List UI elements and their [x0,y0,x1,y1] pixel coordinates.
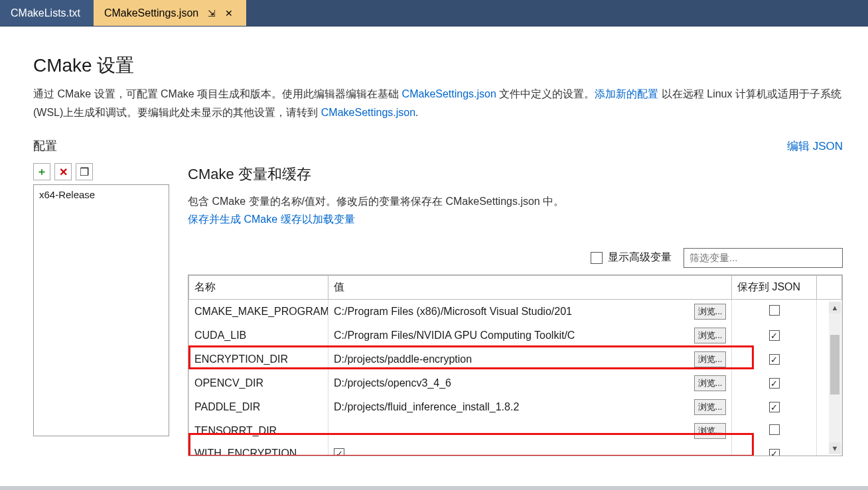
filter-row: 显示高级变量 [188,248,843,268]
var-value-cell[interactable]: C:/Program Files/NVIDIA GPU Computing To… [328,324,732,347]
table-row[interactable]: CMAKE_MAKE_PROGRAMC:/Program Files (x86)… [189,299,842,324]
settings-page: CMake 设置 通过 CMake 设置，可配置 CMake 项目生成和版本。使… [0,27,868,490]
browse-button[interactable]: 浏览... [694,375,726,391]
save-cell[interactable] [732,371,817,395]
browse-button[interactable]: 浏览... [694,351,726,367]
close-icon[interactable]: ✕ [225,9,233,18]
save-cell[interactable] [732,419,817,443]
remove-config-button[interactable]: ✕ [54,163,72,180]
link-cmakesettings-json-2[interactable]: CMakeSettings.json [321,107,415,118]
tab-cmakelists[interactable]: CMakeLists.txt [0,0,94,26]
table-row[interactable]: TENSORRT_DIR浏览... [189,419,842,443]
save-cell[interactable] [732,395,817,419]
tab-cmakesettings[interactable]: CMakeSettings.json ⇲ ✕ [94,0,246,26]
browse-button[interactable]: 浏览... [694,423,726,439]
save-generate-link[interactable]: 保存并生成 CMake 缓存以加载变量 [188,213,355,227]
table-row[interactable]: CUDA_LIBC:/Program Files/NVIDIA GPU Comp… [189,324,842,347]
pin-icon[interactable]: ⇲ [208,9,216,18]
var-value: C:/Program Files (x86)/Microsoft Visual … [334,306,691,318]
config-item-x64-release[interactable]: x64-Release [34,185,169,204]
window-border [0,486,868,490]
page-title: CMake 设置 [33,53,843,78]
var-name: CMAKE_MAKE_PROGRAM [189,299,328,324]
config-label: 配置 [33,138,57,154]
save-cell[interactable] [732,299,817,324]
table-row[interactable]: ENCRYPTION_DIRD:/projects/paddle-encrypt… [189,347,842,371]
save-checkbox[interactable] [769,402,780,412]
save-cell[interactable] [732,443,817,456]
variables-panel: CMake 变量和缓存 包含 CMake 变量的名称/值对。修改后的变量将保存在… [188,163,843,456]
table-row[interactable]: WITH_ENCRYPTION [189,443,842,456]
var-value: C:/Program Files/NVIDIA GPU Computing To… [334,330,691,341]
scroll-up-icon[interactable]: ▲ [829,302,841,314]
save-cell[interactable] [732,347,817,371]
save-checkbox[interactable] [769,305,780,316]
save-checkbox[interactable] [769,378,780,389]
table-row[interactable]: PADDLE_DIRD:/projects/fluid_inference_in… [189,395,842,419]
link-add-config[interactable]: 添加新的配置 [595,88,658,99]
var-value-cell[interactable]: D:/projects/fluid_inference_install_1.8.… [328,395,732,419]
add-config-button[interactable]: ＋ [33,163,50,180]
var-name: PADDLE_DIR [189,395,328,419]
x-icon: ✕ [59,166,68,178]
save-checkbox[interactable] [769,449,780,456]
var-value: D:/projects/fluid_inference_install_1.8.… [334,401,691,413]
var-name: TENSORRT_DIR [189,419,328,443]
scrollbar[interactable]: ▲ ▼ [829,302,841,454]
edit-json-link[interactable]: 编辑 JSON [787,139,843,154]
var-value-cell[interactable]: D:/projects/opencv3_4_6浏览... [328,371,732,395]
var-name: CUDA_LIB [189,324,328,347]
section-title: CMake 变量和缓存 [188,164,843,184]
col-scroll [817,275,842,299]
section-description: 包含 CMake 变量的名称/值对。修改后的变量将保存在 CMakeSettin… [188,192,843,212]
link-cmakesettings-json[interactable]: CMakeSettings.json [402,88,496,99]
scroll-down-icon[interactable]: ▼ [829,442,841,454]
scroll-thumb[interactable] [830,335,839,395]
config-toolbar: ＋ ✕ ❐ [33,163,169,180]
var-name: ENCRYPTION_DIR [189,347,328,371]
tab-label: CMakeLists.txt [11,7,80,19]
config-list[interactable]: x64-Release [33,184,169,436]
var-name: WITH_ENCRYPTION [189,443,328,456]
grid-header: 名称 值 保存到 JSON [189,275,842,299]
col-save[interactable]: 保存到 JSON [732,275,817,299]
save-cell[interactable] [732,324,817,347]
value-checkbox[interactable] [334,448,344,456]
col-name[interactable]: 名称 [189,275,328,299]
tab-bar: CMakeLists.txt CMakeSettings.json ⇲ ✕ [0,0,868,27]
plus-icon: ＋ [36,165,47,179]
save-checkbox[interactable] [769,424,780,435]
filter-input[interactable] [684,248,843,268]
page-description: 通过 CMake 设置，可配置 CMake 项目生成和版本。使用此编辑器编辑在基… [33,85,843,122]
var-value-cell[interactable]: 浏览... [328,419,732,443]
save-checkbox[interactable] [769,354,780,365]
show-advanced-checkbox[interactable]: 显示高级变量 [591,251,672,265]
var-value-cell[interactable]: C:/Program Files (x86)/Microsoft Visual … [328,299,732,324]
duplicate-icon: ❐ [80,166,89,178]
browse-button[interactable]: 浏览... [694,399,726,415]
tab-label: CMakeSettings.json [104,7,198,19]
table-row[interactable]: OPENCV_DIRD:/projects/opencv3_4_6浏览... [189,371,842,395]
var-value-cell[interactable]: D:/projects/paddle-encryption浏览... [328,347,732,371]
checkbox-icon [591,252,603,264]
var-value-cell[interactable] [328,443,732,456]
var-value: D:/projects/opencv3_4_6 [334,377,691,389]
duplicate-config-button[interactable]: ❐ [76,163,93,180]
var-value: D:/projects/paddle-encryption [334,353,691,365]
browse-button[interactable]: 浏览... [694,304,726,320]
variables-grid: 名称 值 保存到 JSON CMAKE_MAKE_PROGRAMC:/Progr… [188,275,843,456]
config-sidebar: ＋ ✕ ❐ x64-Release [33,163,169,456]
browse-button[interactable]: 浏览... [694,328,726,343]
var-name: OPENCV_DIR [189,371,328,395]
col-value[interactable]: 值 [328,275,732,299]
save-checkbox[interactable] [769,330,780,341]
